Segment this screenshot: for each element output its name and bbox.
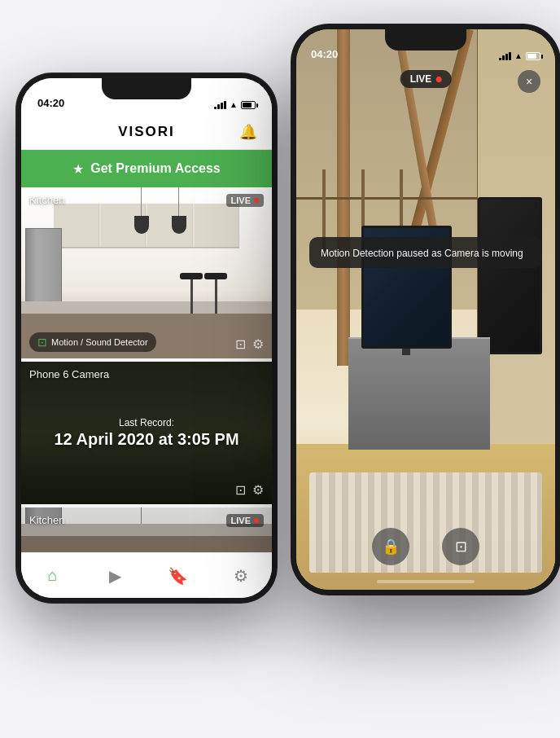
motion-tooltip: Motion Detection paused as Camera is mov… [309, 237, 542, 268]
signal-icon-phone2 [499, 52, 511, 60]
phone1-notch [102, 78, 191, 99]
live-text-kitchen2: LIVE [231, 516, 251, 525]
battery-icon-phone1 [241, 101, 256, 109]
card-controls-left-kitchen1: ⊡ Motion / Sound Detector [29, 332, 156, 352]
scene: 04:20 ▲ LIVE × [0, 0, 560, 738]
wifi-icon-phone1: ▲ [230, 100, 238, 109]
last-record-date: 12 April 2020 at 3:05 PM [54, 430, 238, 449]
wifi-icon-phone2: ▲ [514, 51, 523, 60]
settings-icon: ⚙ [234, 566, 248, 586]
pendant-cord-2 [178, 187, 179, 216]
camera-label-kitchen2: Kitchen [29, 514, 64, 526]
nav-home[interactable]: ⌂ [21, 566, 84, 585]
camera-list: Kitchen LIVE ⊡ Motion / Sound Detector [21, 187, 272, 552]
pendant-1 [134, 187, 149, 236]
nav-bookmark[interactable]: 🔖 [147, 566, 209, 586]
motion-badge-kitchen1[interactable]: ⊡ Motion / Sound Detector [29, 332, 156, 352]
premium-text: Get Premium Access [90, 161, 220, 176]
bottom-controls-phone2: 🔒 ⊡ [296, 528, 555, 565]
last-record-overlay: Last Record: 12 April 2020 at 3:05 PM [21, 362, 272, 504]
time-phone1: 04:20 [37, 97, 64, 109]
record-icon-phone6[interactable]: ⊡ [235, 482, 246, 498]
camera-card-kitchen1[interactable]: Kitchen LIVE ⊡ Motion / Sound Detector [21, 187, 272, 358]
live-dot-phone2 [435, 77, 441, 82]
home-indicator-phone2 [377, 580, 475, 583]
motion-tooltip-text: Motion Detection paused as Camera is mov… [321, 248, 523, 259]
pendant-cord-1 [141, 187, 142, 216]
app-header: VISORI 🔔 [21, 114, 272, 150]
live-badge-kitchen2: LIVE [226, 514, 264, 527]
pendant-shade-2 [172, 216, 186, 234]
motion-text-kitchen1: Motion / Sound Detector [51, 337, 148, 347]
camera-label-phone6: Phone 6 Camera [29, 368, 109, 380]
desk [348, 337, 491, 450]
lock-icon: 🔒 [382, 538, 400, 556]
premium-star-icon: ★ [72, 161, 84, 177]
lock-button-phone2[interactable]: 🔒 [372, 528, 409, 565]
live-text-kitchen1: LIVE [231, 195, 251, 205]
phone2-screen: 04:20 ▲ LIVE × [296, 29, 555, 590]
live-label-phone2: LIVE [410, 73, 432, 85]
camera-label-kitchen1: Kitchen [29, 194, 64, 206]
live-dot-kitchen1 [254, 198, 259, 203]
tv-screen [480, 200, 540, 352]
bookmark-icon: 🔖 [168, 566, 188, 586]
settings-icon-phone6[interactable]: ⚙ [252, 482, 264, 498]
scan-icon: ⊡ [455, 538, 467, 556]
nav-settings[interactable]: ⚙ [209, 566, 272, 586]
tv-wall [478, 197, 543, 354]
stool-leg-2 [190, 279, 193, 314]
stool-seat-1 [204, 273, 227, 279]
app-title: VISORI [118, 124, 175, 140]
nav-video[interactable]: ▶ [84, 566, 147, 586]
close-icon: × [526, 75, 532, 88]
monitor-stand [402, 349, 410, 355]
live-badge-kitchen1: LIVE [226, 194, 264, 207]
status-icons-phone2: ▲ [499, 51, 540, 60]
pendant-shade-1 [134, 216, 149, 234]
card-controls-phone6: ⊡ ⚙ [235, 482, 264, 498]
room-scene [296, 29, 555, 590]
home-icon: ⌂ [47, 566, 57, 585]
battery-icon-phone2 [526, 52, 540, 60]
motion-icon: ⊡ [37, 336, 47, 349]
status-icons-phone1: ▲ [214, 100, 256, 109]
phone2: 04:20 ▲ LIVE × [291, 24, 560, 595]
stool-leg-1 [215, 279, 217, 314]
camera-card-kitchen2[interactable]: Kitchen LIVE [21, 507, 272, 552]
signal-icon-phone1 [214, 101, 226, 109]
cabinet-door-4 [195, 204, 240, 247]
card-controls-kitchen1: ⊡ ⚙ [235, 336, 264, 352]
last-record-label: Last Record: [119, 417, 174, 428]
camera-card-phone6[interactable]: Phone 6 Camera Last Record: 12 April 202… [21, 362, 272, 504]
time-phone2: 04:20 [311, 48, 338, 60]
home-indicator-phone1 [98, 588, 195, 591]
live-dot-kitchen2 [254, 518, 259, 523]
close-button-phone2[interactable]: × [518, 70, 540, 93]
counter [21, 301, 272, 314]
phone1: 04:20 ▲ VISORI 🔔 ★ Get Pr [16, 73, 277, 603]
settings-icon-kitchen1[interactable]: ⚙ [252, 336, 264, 352]
record-icon-kitchen1[interactable]: ⊡ [235, 336, 246, 352]
bell-icon[interactable]: 🔔 [239, 123, 257, 141]
stool-seat-2 [180, 273, 203, 279]
phone1-screen: 04:20 ▲ VISORI 🔔 ★ Get Pr [21, 78, 272, 598]
stool-2 [180, 273, 203, 314]
pendant-2 [172, 187, 186, 236]
phone2-notch [385, 29, 466, 51]
video-icon: ▶ [109, 566, 121, 586]
floor-k2 [21, 536, 272, 552]
stool-1 [204, 273, 227, 314]
premium-banner[interactable]: ★ Get Premium Access [21, 150, 272, 187]
live-badge-phone2: LIVE [400, 70, 452, 88]
scan-button-phone2[interactable]: ⊡ [442, 528, 479, 565]
